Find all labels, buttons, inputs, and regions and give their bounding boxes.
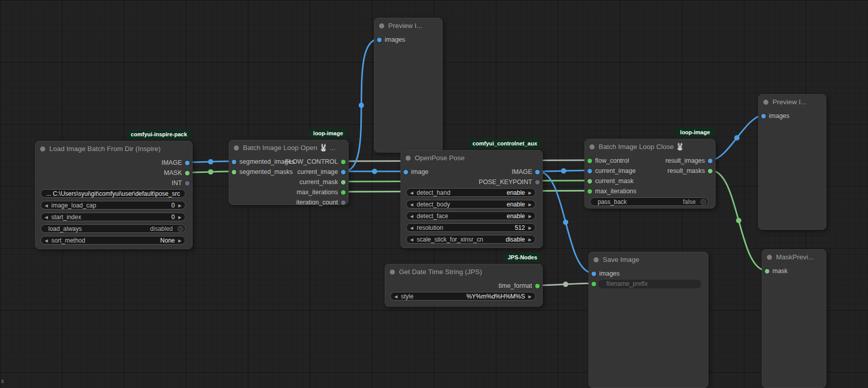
node-title-bar[interactable]: Save Image <box>589 252 708 267</box>
increment-arrow-icon[interactable]: ▶ <box>178 201 181 210</box>
node-collapse-dot[interactable] <box>234 145 239 151</box>
decrement-arrow-icon[interactable]: ◀ <box>45 236 48 245</box>
node-open[interactable]: Batch Image Loop Open 🐰 ...segmented_ima… <box>229 140 349 205</box>
link-midpoint-dot[interactable] <box>736 218 741 223</box>
increment-arrow-icon[interactable]: ▶ <box>178 213 181 221</box>
decrement-arrow-icon[interactable]: ◀ <box>45 201 48 210</box>
graph-canvas[interactable]: Load Image Batch From Dir (Inspire)IMAGE… <box>0 0 868 388</box>
toggle-knob[interactable] <box>700 199 706 205</box>
widget-pass_back[interactable]: pass_backfalse <box>590 197 708 206</box>
input-slot-dot[interactable] <box>592 282 596 286</box>
node-preview_right[interactable]: Preview I...images <box>758 94 826 230</box>
link-midpoint-dot[interactable] <box>563 282 568 287</box>
widget-detect_hand[interactable]: ◀detect_handenable▶ <box>406 188 536 197</box>
output-slot-result_masks: result_masks <box>585 166 715 175</box>
link-midpoint-dot[interactable] <box>359 103 364 108</box>
node-openpose[interactable]: OpenPose PoseimageIMAGEPOSE_KEYPOINT◀det… <box>400 150 543 248</box>
input-slot-dot[interactable] <box>761 114 766 118</box>
link-midpoint-dot[interactable] <box>734 135 739 140</box>
output-slot-FLOW_CONTROL: FLOW_CONTROL <box>229 157 348 166</box>
node-preview_top[interactable]: Preview I...images <box>374 18 443 153</box>
node-title-bar[interactable]: OpenPose Pose <box>401 151 542 166</box>
node-collapse-dot[interactable] <box>390 270 395 275</box>
node-title-bar[interactable]: Batch Image Loop Close 🐰 <box>585 139 715 155</box>
widget-image_load_cap[interactable]: ◀image_load_cap0▶ <box>41 201 185 210</box>
link-midpoint-dot[interactable] <box>372 169 377 174</box>
output-slot-label: current_mask <box>299 177 338 187</box>
output-slot-IMAGE: IMAGE <box>36 158 192 167</box>
widget-label: detect_body <box>417 200 450 208</box>
node-title: Get Date Time String (JPS) <box>399 268 482 276</box>
widget-sort_method[interactable]: ◀sort_methodNone▶ <box>41 236 185 245</box>
node-title-bar[interactable]: Load Image Batch From Dir (Inspire) <box>36 141 192 157</box>
link-midpoint-dot[interactable] <box>563 220 568 225</box>
output-slot-dot[interactable] <box>341 200 346 205</box>
link-midpoint-dot[interactable] <box>561 168 566 173</box>
widget-scale_stick_for_xinsr_cn[interactable]: ◀scale_stick_for_xinsr_cndisable▶ <box>406 235 536 244</box>
node-title-bar[interactable]: Preview I... <box>375 18 442 34</box>
node-title-bar[interactable]: Batch Image Loop Open 🐰 ... <box>229 140 348 156</box>
decrement-arrow-icon[interactable]: ◀ <box>410 200 413 208</box>
output-slot-label: IMAGE <box>162 158 182 167</box>
output-slot-dot[interactable] <box>708 159 712 163</box>
increment-arrow-icon[interactable]: ▶ <box>529 212 532 220</box>
node-close[interactable]: Batch Image Loop Close 🐰flow_controlcurr… <box>584 139 716 208</box>
node-title: Batch Image Loop Open 🐰 ... <box>243 144 335 152</box>
output-slot-dot[interactable] <box>341 190 346 195</box>
widget-filename_prefix[interactable]: filename_prefix <box>598 280 701 288</box>
link-midpoint-dot[interactable] <box>208 159 213 164</box>
widget-label: load_always <box>48 225 82 233</box>
increment-arrow-icon[interactable]: ▶ <box>529 292 532 301</box>
widget-load_always[interactable]: load_alwaysdisabled <box>41 224 185 233</box>
node-collapse-dot[interactable] <box>594 257 599 262</box>
node-title-bar[interactable]: Preview I... <box>759 95 826 110</box>
widget-detect_face[interactable]: ◀detect_faceenable▶ <box>406 212 536 220</box>
widget-style[interactable]: ◀style%Y%m%d%H%M%S▶ <box>390 292 536 301</box>
node-collapse-dot[interactable] <box>590 144 595 150</box>
widget-detect_body[interactable]: ◀detect_bodyenable▶ <box>406 200 536 208</box>
output-slot-dot[interactable] <box>185 181 190 186</box>
increment-arrow-icon[interactable]: ▶ <box>529 224 532 232</box>
output-slot-dot[interactable] <box>535 180 540 185</box>
input-slot-dot[interactable] <box>377 38 382 42</box>
output-slot-dot[interactable] <box>708 169 712 173</box>
node-save[interactable]: Save Imageimagesfilename_prefix <box>588 252 708 388</box>
node-datetime[interactable]: Get Date Time String (JPS)time_format◀st… <box>385 264 543 307</box>
decrement-arrow-icon[interactable]: ◀ <box>394 292 397 301</box>
node-collapse-dot[interactable] <box>767 255 772 260</box>
widget-directory[interactable]: ... C:\Users\syui\git\comfyui\user\defau… <box>41 189 185 198</box>
decrement-arrow-icon[interactable]: ◀ <box>410 235 413 244</box>
output-slot-dot[interactable] <box>341 180 346 185</box>
increment-arrow-icon[interactable]: ▶ <box>529 235 532 244</box>
increment-arrow-icon[interactable]: ▶ <box>529 189 532 197</box>
output-slot-dot[interactable] <box>185 161 190 165</box>
node-collapse-dot[interactable] <box>379 23 384 28</box>
output-slot-dot[interactable] <box>341 170 346 174</box>
widget-start_index[interactable]: ◀start_index0▶ <box>41 213 185 221</box>
node-maskpreview[interactable]: MaskPrevi...mask <box>762 249 826 388</box>
widget-resolution[interactable]: ◀resolution512▶ <box>406 223 536 232</box>
input-slot-dot[interactable] <box>765 269 769 274</box>
input-slot-dot[interactable] <box>587 189 592 194</box>
node-title-bar[interactable]: MaskPrevi... <box>762 250 826 265</box>
output-slot-dot[interactable] <box>535 170 540 174</box>
input-slot-dot[interactable] <box>592 272 596 276</box>
output-slot-dot[interactable] <box>185 171 190 175</box>
node-collapse-dot[interactable] <box>763 100 768 105</box>
decrement-arrow-icon[interactable]: ◀ <box>410 224 413 232</box>
decrement-arrow-icon[interactable]: ◀ <box>410 189 413 197</box>
node-collapse-dot[interactable] <box>40 146 45 152</box>
input-slot-dot[interactable] <box>587 179 592 184</box>
node-collapse-dot[interactable] <box>406 156 411 161</box>
node-title-bar[interactable]: Get Date Time String (JPS) <box>385 264 542 280</box>
link-midpoint-dot[interactable] <box>208 169 213 174</box>
output-slot-dot[interactable] <box>535 284 540 288</box>
increment-arrow-icon[interactable]: ▶ <box>178 236 181 245</box>
decrement-arrow-icon[interactable]: ◀ <box>45 213 48 221</box>
increment-arrow-icon[interactable]: ▶ <box>529 200 532 208</box>
output-slot-dot[interactable] <box>341 160 346 164</box>
toggle-knob[interactable] <box>177 226 183 232</box>
node-load[interactable]: Load Image Batch From Dir (Inspire)IMAGE… <box>35 141 193 249</box>
decrement-arrow-icon[interactable]: ◀ <box>410 212 413 220</box>
input-slot-label: images <box>769 111 789 121</box>
